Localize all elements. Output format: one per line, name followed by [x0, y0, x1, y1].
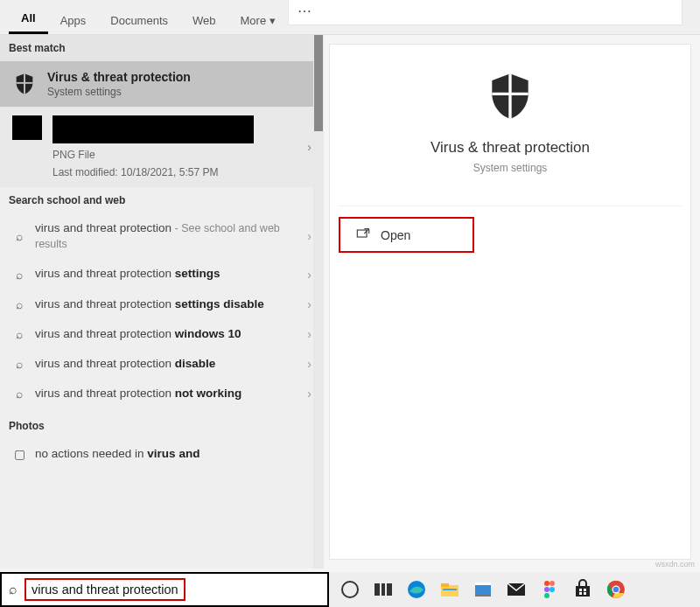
- photo-item-text: no actions needed in virus and: [35, 446, 312, 462]
- tab-apps[interactable]: Apps: [48, 7, 99, 34]
- svg-rect-25: [579, 592, 582, 595]
- results-scrollbar[interactable]: [313, 35, 324, 569]
- svg-rect-9: [387, 583, 392, 596]
- tab-web[interactable]: Web: [180, 7, 228, 34]
- store-icon[interactable]: [572, 579, 593, 600]
- file-result-item[interactable]: PNG File Last modified: 10/18/2021, 5:57…: [0, 107, 324, 187]
- file-name-redacted: [52, 115, 254, 143]
- svg-rect-23: [579, 589, 582, 591]
- search-icon: ⌕: [12, 357, 26, 371]
- figma-icon[interactable]: [539, 579, 560, 600]
- image-icon: ▢: [12, 447, 26, 461]
- chevron-right-icon[interactable]: ›: [307, 357, 312, 371]
- chevron-right-icon[interactable]: ›: [307, 268, 312, 282]
- svg-point-21: [550, 587, 555, 592]
- svg-rect-7: [374, 583, 380, 596]
- svg-point-20: [544, 587, 550, 592]
- svg-point-6: [342, 582, 358, 597]
- taskbar: [329, 572, 700, 607]
- search-icon: ⌕: [12, 387, 26, 401]
- chevron-right-icon[interactable]: ›: [307, 297, 312, 311]
- svg-point-18: [544, 581, 550, 586]
- photos-header: Photos: [0, 413, 324, 439]
- svg-point-22: [544, 593, 550, 598]
- svg-rect-16: [475, 595, 491, 597]
- preview-subtitle: System settings: [473, 162, 548, 174]
- best-match-title: Virus & threat protection: [47, 70, 191, 84]
- edge-icon[interactable]: [406, 579, 427, 600]
- web-suggestion[interactable]: ⌕ virus and threat protection not workin…: [0, 379, 324, 408]
- svg-rect-5: [357, 230, 367, 237]
- search-icon: ⌕: [9, 582, 18, 597]
- chevron-right-icon[interactable]: ›: [307, 387, 312, 401]
- search-icon: ⌕: [12, 229, 26, 243]
- tab-documents[interactable]: Documents: [98, 7, 180, 34]
- svg-rect-13: [443, 589, 457, 590]
- search-icon: ⌕: [12, 327, 26, 341]
- tab-all[interactable]: All: [9, 4, 48, 34]
- web-suggestion[interactable]: ⌕ virus and threat protection - See scho…: [0, 213, 324, 259]
- shield-icon: [480, 69, 541, 123]
- best-match-subtitle: System settings: [47, 86, 191, 98]
- suggestion-text: virus and threat protection windows 10: [35, 326, 298, 342]
- file-thumbnail: [12, 115, 42, 140]
- svg-rect-12: [441, 583, 449, 587]
- best-match-header: Best match: [0, 35, 324, 61]
- photo-result-item[interactable]: ▢ no actions needed in virus and: [0, 439, 324, 469]
- tab-more[interactable]: More ▾: [228, 7, 288, 34]
- search-box[interactable]: ⌕ virus and threat protection: [0, 572, 329, 607]
- svg-rect-8: [382, 583, 385, 596]
- suggestion-text: virus and threat protection disable: [35, 356, 298, 372]
- mail-icon[interactable]: [506, 579, 527, 600]
- search-scope-tabs: All Apps Documents Web More ▾ ⋯: [0, 0, 700, 35]
- chevron-down-icon: ▾: [270, 14, 276, 27]
- svg-rect-24: [584, 589, 586, 591]
- suggestion-text: virus and threat protection settings dis…: [35, 297, 298, 312]
- watermark: wsxdn.com: [655, 560, 695, 569]
- divider: [339, 206, 682, 206]
- chevron-right-icon[interactable]: ›: [307, 140, 312, 154]
- web-suggestion[interactable]: ⌕ virus and threat protection disable ›: [0, 349, 324, 379]
- chrome-icon[interactable]: [606, 579, 626, 600]
- svg-point-29: [613, 587, 620, 593]
- more-options-icon[interactable]: ⋯: [289, 0, 682, 24]
- explorer-icon[interactable]: [439, 579, 460, 600]
- search-icon: ⌕: [12, 268, 26, 282]
- svg-rect-15: [475, 583, 491, 585]
- suggestion-text: virus and threat protection settings: [35, 266, 298, 282]
- shield-icon: [12, 72, 37, 96]
- results-panel: Best match Virus & threat protection Sys…: [0, 35, 324, 569]
- app-icon[interactable]: [472, 579, 494, 600]
- svg-point-19: [550, 581, 555, 586]
- suggestion-text: virus and threat protection - See school…: [35, 220, 298, 252]
- web-suggestion[interactable]: ⌕ virus and threat protection settings d…: [0, 290, 324, 319]
- search-query-highlight: virus and threat protection: [24, 578, 186, 601]
- chevron-right-icon[interactable]: ›: [307, 229, 312, 243]
- preview-title: Virus & threat protection: [430, 139, 590, 157]
- web-suggestion[interactable]: ⌕ virus and threat protection settings ›: [0, 259, 324, 289]
- web-suggestion[interactable]: ⌕ virus and threat protection windows 10…: [0, 319, 324, 349]
- search-icon: ⌕: [12, 297, 26, 311]
- file-modified-label: Last modified: 10/18/2021, 5:57 PM: [52, 166, 254, 178]
- best-match-item[interactable]: Virus & threat protection System setting…: [0, 61, 324, 107]
- scrollbar-thumb[interactable]: [314, 35, 323, 131]
- task-view-icon[interactable]: [373, 579, 394, 600]
- search-query-text[interactable]: virus and threat protection: [32, 583, 178, 597]
- cortana-icon[interactable]: [340, 579, 360, 600]
- file-type-label: PNG File: [52, 149, 254, 161]
- suggestion-text: virus and threat protection not working: [35, 386, 298, 401]
- open-action[interactable]: Open: [339, 217, 474, 253]
- open-label: Open: [381, 228, 410, 242]
- search-web-header: Search school and web: [0, 187, 324, 213]
- preview-panel: Virus & threat protection System setting…: [329, 44, 691, 560]
- chevron-right-icon[interactable]: ›: [307, 327, 312, 341]
- svg-rect-26: [584, 592, 586, 595]
- open-icon: [356, 227, 370, 242]
